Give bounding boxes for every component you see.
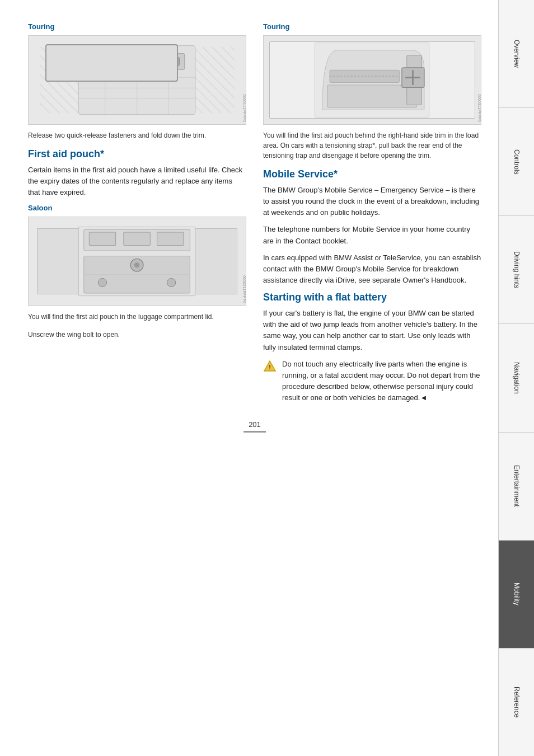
svg-text:!: !	[269, 364, 271, 370]
sidebar-item-reference[interactable]: Reference	[499, 649, 534, 756]
svg-rect-24	[327, 85, 417, 107]
svg-rect-7	[90, 54, 185, 69]
warning-icon: !	[263, 360, 277, 373]
right-column: Touring	[263, 22, 481, 409]
svg-rect-9	[121, 56, 153, 67]
sidebar: Overview Controls Driving hints Navigati…	[498, 0, 534, 756]
warning-text: Do not touch any electrically live parts…	[282, 359, 481, 404]
svg-rect-14	[90, 232, 116, 246]
mobile-service-title: Mobile Service*	[263, 168, 481, 180]
mobile-service-body1: The BMW Group's Mobile Service – Emergen…	[263, 185, 481, 218]
caption-touring-right: You will find the first aid pouch behind…	[263, 130, 481, 161]
touring-image-inner-left	[29, 36, 246, 124]
svg-point-21	[99, 279, 107, 287]
first-aid-body: Certain items in the first aid pouch hav…	[28, 165, 246, 198]
sidebar-label-entertainment: Entertainment	[513, 465, 521, 507]
mobile-service-body3: In cars equipped with BMW Assist or Tele…	[263, 252, 481, 286]
sidebar-item-overview[interactable]: Overview	[499, 0, 534, 108]
touring-heading-left: Touring	[28, 22, 246, 31]
page-number: 201	[249, 420, 261, 429]
svg-rect-15	[124, 232, 150, 246]
image-watermark-left: 0000111PPPP0	[242, 94, 246, 122]
touring-image-left: 0000111PPPP0	[28, 35, 246, 125]
page-divider	[243, 431, 266, 433]
svg-rect-16	[157, 232, 184, 246]
flat-battery-title: Starting with a flat battery	[263, 292, 481, 303]
svg-rect-10	[124, 58, 150, 64]
two-column-section: Touring	[28, 22, 481, 409]
svg-rect-11	[163, 57, 179, 65]
mobile-service-body2: The telephone numbers for Mobile Service…	[263, 224, 481, 246]
touring-heading-right: Touring	[263, 22, 481, 31]
sidebar-item-controls[interactable]: Controls	[499, 108, 534, 216]
first-aid-title: First aid pouch*	[28, 148, 246, 160]
image-watermark-saloon: 0000211PPPP0	[242, 276, 246, 304]
sidebar-item-driving-hints[interactable]: Driving hints	[499, 216, 534, 324]
touring-image-right: 0000311PPPP0	[263, 35, 481, 125]
saloon-image: 0000211PPPP0	[28, 217, 246, 306]
sidebar-label-mobility: Mobility	[513, 583, 521, 605]
sidebar-label-overview: Overview	[513, 40, 521, 68]
sidebar-item-entertainment[interactable]: Entertainment	[499, 433, 534, 541]
page-number-row: 201	[28, 420, 481, 433]
saloon-image-inner	[29, 217, 246, 306]
image-watermark-right: 0000311PPPP0	[477, 94, 481, 122]
svg-point-20	[134, 262, 139, 267]
sidebar-item-navigation[interactable]: Navigation	[499, 324, 534, 432]
main-content: Touring	[0, 0, 498, 756]
svg-rect-8	[100, 57, 116, 65]
left-column: Touring	[28, 22, 246, 409]
sidebar-label-driving-hints: Driving hints	[513, 251, 521, 288]
saloon-heading: Saloon	[28, 204, 246, 212]
sidebar-label-navigation: Navigation	[513, 362, 521, 394]
caption-saloon-2: Unscrew the wing bolt to open.	[28, 330, 246, 340]
sidebar-label-reference: Reference	[513, 687, 521, 717]
touring-image-inner-right	[264, 36, 481, 124]
sidebar-item-mobility[interactable]: Mobility	[499, 541, 534, 649]
caption-touring-left: Release two quick-release fasteners and …	[28, 130, 246, 140]
caption-saloon-1: You will find the first aid pouch in the…	[28, 312, 246, 322]
sidebar-label-controls: Controls	[513, 149, 521, 175]
flat-battery-body1: If your car's battery is flat, the engin…	[263, 308, 481, 353]
warning-box: ! Do not touch any electrically live par…	[263, 359, 481, 404]
svg-point-22	[167, 279, 176, 287]
